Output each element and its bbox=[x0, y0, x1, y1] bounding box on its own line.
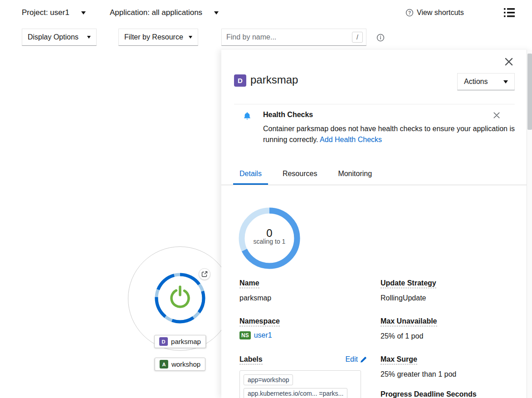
deployment-badge: D bbox=[234, 74, 246, 87]
list-view-icon bbox=[503, 6, 516, 20]
panel-scrollbar-thumb[interactable] bbox=[527, 54, 532, 130]
filter-by-resource-label: Filter by Resource bbox=[124, 33, 183, 41]
filter-by-resource-dropdown[interactable]: Filter by Resource bbox=[118, 29, 198, 46]
actions-dropdown[interactable]: Actions bbox=[457, 73, 515, 90]
namespace-badge: NS bbox=[239, 331, 251, 339]
find-by-name-input[interactable] bbox=[226, 33, 349, 41]
alert-close-button[interactable] bbox=[493, 112, 501, 120]
project-selector[interactable]: Project: user1 bbox=[22, 0, 86, 25]
alert-body: Container parksmap does not have health … bbox=[263, 123, 515, 145]
alert-body-text: Container parksmap does not have health … bbox=[263, 125, 515, 143]
progress-deadline-label[interactable]: Progress Deadline Seconds bbox=[381, 390, 477, 398]
add-health-checks-link[interactable]: Add Health Checks bbox=[320, 136, 382, 143]
display-options-dropdown[interactable]: Display Options bbox=[22, 29, 97, 46]
display-options-label: Display Options bbox=[28, 33, 78, 41]
application-label-pill[interactable]: A workshop bbox=[155, 358, 205, 371]
application-label: workshop bbox=[171, 360, 200, 368]
svg-text:?: ? bbox=[408, 10, 411, 15]
donut-caption: scaling to 1 bbox=[242, 238, 297, 245]
project-selector-label: Project: user1 bbox=[22, 8, 69, 17]
tab-resources[interactable]: Resources bbox=[276, 163, 323, 185]
info-icon bbox=[376, 34, 385, 42]
close-icon bbox=[504, 57, 513, 66]
find-by-name-field: / bbox=[221, 29, 366, 46]
chevron-down-icon bbox=[189, 36, 192, 41]
tab-monitoring[interactable]: Monitoring bbox=[332, 163, 378, 185]
label-chip: app=workshop bbox=[244, 374, 293, 385]
name-label[interactable]: Name bbox=[239, 279, 259, 287]
panel-close-button[interactable] bbox=[504, 57, 513, 66]
namespace-label[interactable]: Namespace bbox=[239, 317, 280, 325]
namespace-link[interactable]: user1 bbox=[254, 331, 272, 339]
application-selector[interactable]: Application: all applications bbox=[110, 0, 219, 25]
namespace-value-row: NS user1 bbox=[239, 331, 272, 339]
open-url-decorator[interactable] bbox=[199, 268, 210, 280]
chevron-down-icon bbox=[503, 80, 508, 86]
resource-side-panel: D parksmap Actions Health Checks Contain… bbox=[221, 50, 532, 398]
update-strategy-value: RollingUpdate bbox=[381, 294, 426, 302]
max-surge-value: 25% greater than 1 pod bbox=[381, 370, 456, 378]
alert-title: Health Checks bbox=[263, 111, 313, 119]
panel-scrollbar-track[interactable] bbox=[527, 50, 532, 398]
name-value: parksmap bbox=[239, 294, 271, 302]
max-surge-label[interactable]: Max Surge bbox=[381, 355, 417, 364]
slash-shortcut-key: / bbox=[352, 32, 363, 43]
panel-tabs: Details Resources Monitoring bbox=[221, 163, 527, 185]
tab-details[interactable]: Details bbox=[233, 163, 268, 185]
application-badge: A bbox=[160, 360, 168, 369]
max-unavailable-value: 25% of 1 pod bbox=[381, 332, 423, 340]
topology-list-view-toggle[interactable] bbox=[503, 6, 516, 20]
close-icon bbox=[493, 112, 500, 119]
deployment-badge: D bbox=[159, 337, 168, 346]
context-bar: Project: user1 Application: all applicat… bbox=[0, 0, 532, 25]
topology-toolbar: Display Options Filter by Resource / bbox=[0, 25, 532, 50]
application-selector-label: Application: all applications bbox=[110, 8, 202, 17]
chevron-down-icon bbox=[87, 36, 91, 41]
panel-title: parksmap bbox=[250, 74, 298, 86]
labels-list: app=workshop app.kubernetes.io/com... =p… bbox=[239, 370, 361, 398]
chevron-down-icon bbox=[214, 11, 219, 17]
node-label: parksmap bbox=[171, 338, 201, 345]
notification-bell-icon bbox=[243, 112, 251, 120]
edit-labels-button[interactable]: Edit bbox=[345, 355, 366, 364]
node-label-pill[interactable]: D parksmap bbox=[154, 335, 206, 348]
max-unavailable-label[interactable]: Max Unavailable bbox=[381, 317, 437, 325]
help-icon: ? bbox=[405, 9, 414, 17]
external-link-icon bbox=[201, 271, 208, 277]
labels-label[interactable]: Labels bbox=[239, 355, 263, 364]
find-info-button[interactable] bbox=[376, 34, 385, 42]
view-shortcuts-link[interactable]: ? View shortcuts bbox=[405, 0, 464, 25]
pencil-icon bbox=[361, 357, 366, 363]
label-chip: app.kubernetes.io/com... =parks... bbox=[244, 388, 347, 398]
actions-label: Actions bbox=[464, 78, 488, 86]
update-strategy-label[interactable]: Update Strategy bbox=[381, 279, 436, 287]
view-shortcuts-label: View shortcuts bbox=[417, 9, 464, 17]
chevron-down-icon bbox=[81, 11, 86, 17]
panel-header-divider bbox=[234, 104, 515, 104]
